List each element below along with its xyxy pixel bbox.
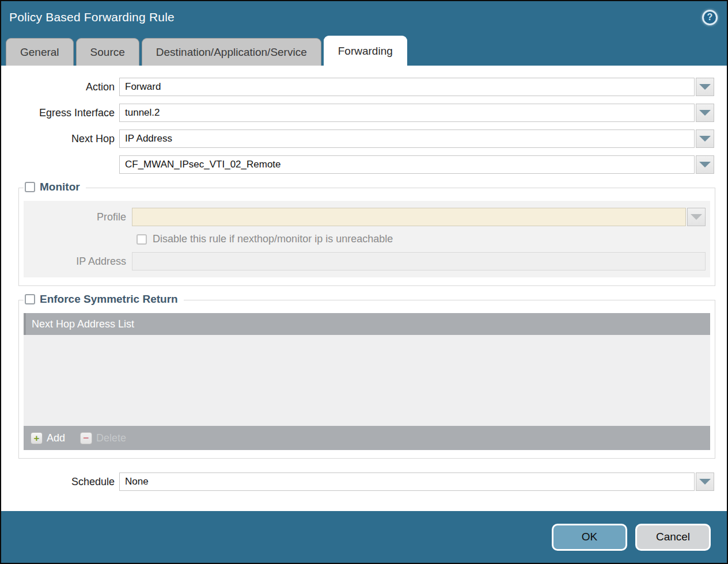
monitor-title: Monitor xyxy=(40,181,80,193)
monitor-profile-select xyxy=(132,208,686,226)
monitor-section: Monitor Profile Disable this rule if nex… xyxy=(18,188,715,286)
cancel-button[interactable]: Cancel xyxy=(635,524,711,551)
monitor-ip-row: IP Address xyxy=(28,252,706,270)
next-hop-dropdown-button[interactable] xyxy=(696,129,714,148)
chevron-down-icon xyxy=(691,214,702,220)
delete-button-label: Delete xyxy=(96,432,126,444)
tab-forwarding[interactable]: Forwarding xyxy=(324,36,407,66)
help-icon[interactable]: ? xyxy=(702,10,718,25)
next-hop-label: Next Hop xyxy=(1,133,119,145)
egress-interface-row: Egress Interface tunnel.2 xyxy=(1,104,714,122)
symmetric-return-legend: Enforce Symmetric Return xyxy=(24,293,184,306)
egress-interface-select[interactable]: tunnel.2 xyxy=(119,104,695,122)
schedule-dropdown-button[interactable] xyxy=(696,472,714,491)
tabstrip: General Source Destination/Application/S… xyxy=(1,33,727,66)
next-hop-row: Next Hop IP Address xyxy=(1,129,714,148)
disable-rule-checkbox xyxy=(136,234,147,245)
chevron-down-icon xyxy=(699,110,711,116)
forwarding-tab-content: Action Forward Egress Interface tunnel.2… xyxy=(1,66,727,511)
schedule-row: Schedule None xyxy=(1,472,714,491)
titlebar: Policy Based Forwarding Rule ? xyxy=(1,1,727,33)
dialog-title: Policy Based Forwarding Rule xyxy=(9,10,702,24)
symmetric-return-checkbox[interactable] xyxy=(25,294,35,304)
pbf-rule-dialog: Policy Based Forwarding Rule ? General S… xyxy=(0,0,728,564)
egress-interface-label: Egress Interface xyxy=(1,107,119,119)
chevron-down-icon xyxy=(699,136,711,142)
monitor-profile-row: Profile xyxy=(28,208,706,226)
monitor-panel: Profile Disable this rule if nexthop/mon… xyxy=(24,201,710,277)
egress-interface-combo: tunnel.2 xyxy=(119,104,714,122)
action-select[interactable]: Forward xyxy=(119,78,695,96)
next-hop-address-combo: CF_MWAN_IPsec_VTI_02_Remote xyxy=(119,155,714,174)
tab-source[interactable]: Source xyxy=(76,38,139,66)
schedule-select[interactable]: None xyxy=(119,472,695,491)
dialog-footer: OK Cancel xyxy=(1,511,727,563)
next-hop-address-select[interactable]: CF_MWAN_IPsec_VTI_02_Remote xyxy=(119,155,695,174)
next-hop-address-table: Next Hop Address List + Add − Delete xyxy=(24,313,710,450)
schedule-label: Schedule xyxy=(1,476,119,488)
next-hop-address-list-header: Next Hop Address List xyxy=(24,313,710,335)
symmetric-return-title: Enforce Symmetric Return xyxy=(40,293,178,306)
delete-button: − Delete xyxy=(80,432,126,444)
tab-general[interactable]: General xyxy=(6,38,74,66)
monitor-legend: Monitor xyxy=(24,181,86,193)
monitor-disable-rule-row: Disable this rule if nexthop/monitor ip … xyxy=(136,233,706,245)
chevron-down-icon xyxy=(699,162,711,167)
plus-icon: + xyxy=(31,432,43,444)
action-dropdown-button[interactable] xyxy=(696,78,714,96)
next-hop-address-list-toolbar: + Add − Delete xyxy=(24,426,710,450)
tab-destination-application-service[interactable]: Destination/Application/Service xyxy=(142,38,321,66)
symmetric-return-section: Enforce Symmetric Return Next Hop Addres… xyxy=(18,300,715,459)
action-row: Action Forward xyxy=(1,78,714,96)
action-combo: Forward xyxy=(119,78,714,96)
minus-icon: − xyxy=(80,432,92,444)
next-hop-address-dropdown-button[interactable] xyxy=(696,155,714,174)
chevron-down-icon xyxy=(699,479,711,485)
monitor-checkbox[interactable] xyxy=(25,182,35,192)
chevron-down-icon xyxy=(699,84,711,90)
egress-interface-dropdown-button[interactable] xyxy=(696,104,714,122)
add-button[interactable]: + Add xyxy=(31,432,65,444)
monitor-profile-combo xyxy=(132,208,706,226)
next-hop-address-row: CF_MWAN_IPsec_VTI_02_Remote xyxy=(1,155,714,174)
add-button-label: Add xyxy=(47,432,65,444)
monitor-ip-label: IP Address xyxy=(28,256,132,268)
next-hop-combo: IP Address xyxy=(119,129,714,148)
ok-button[interactable]: OK xyxy=(552,524,627,551)
action-label: Action xyxy=(1,81,119,93)
next-hop-type-select[interactable]: IP Address xyxy=(119,129,695,148)
schedule-combo: None xyxy=(119,472,714,491)
monitor-ip-input xyxy=(132,252,706,270)
disable-rule-label: Disable this rule if nexthop/monitor ip … xyxy=(153,233,393,245)
monitor-profile-label: Profile xyxy=(28,211,132,223)
monitor-profile-dropdown-button xyxy=(687,208,706,226)
next-hop-address-list-body[interactable] xyxy=(24,335,710,426)
